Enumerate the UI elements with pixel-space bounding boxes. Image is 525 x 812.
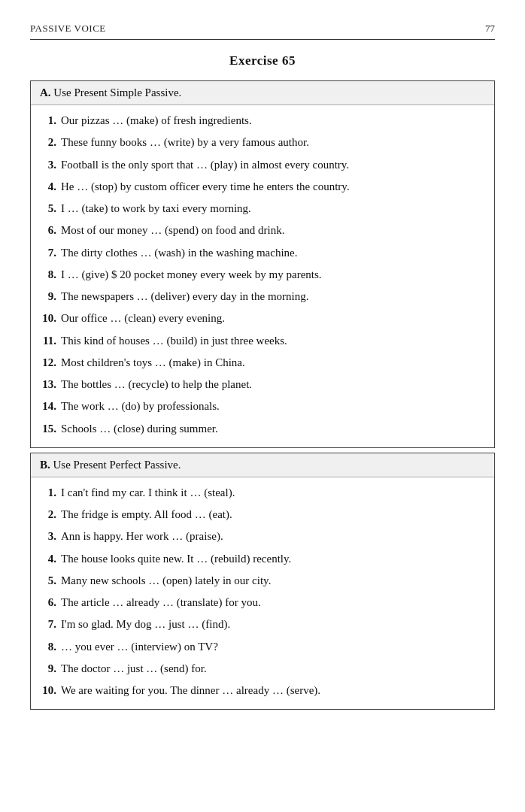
item-number: 3. <box>38 528 61 545</box>
list-item: 7.The dirty clothes … (wash) in the wash… <box>38 242 487 264</box>
item-number: 11. <box>38 332 61 350</box>
section-b-header: B. Use Present Perfect Passive. <box>31 453 494 477</box>
list-item: 1.I can't find my car. I think it … (ste… <box>38 482 487 504</box>
list-item: 3.Ann is happy. Her work … (praise). <box>38 526 487 547</box>
item-number: 8. <box>38 638 61 656</box>
item-number: 8. <box>38 266 61 283</box>
list-item: 9.The doctor … just … (send) for. <box>38 658 487 680</box>
list-item: 10.Our office … (clean) every evening. <box>38 308 487 329</box>
item-text: I can't find my car. I think it … (steal… <box>61 484 487 501</box>
item-number: 10. <box>38 310 61 327</box>
item-text: The fridge is empty. All food … (eat). <box>61 506 487 523</box>
list-item: 4.The house looks quite new. It … (rebui… <box>38 548 487 570</box>
item-number: 9. <box>38 288 61 305</box>
section-b: B. Use Present Perfect Passive. 1.I can'… <box>30 453 495 710</box>
item-text: Our pizzas … (make) of fresh ingredients… <box>61 112 487 129</box>
list-item: 12.Most children's toys … (make) in Chin… <box>38 352 487 374</box>
item-text: I'm so glad. My dog … just … (find). <box>61 616 487 633</box>
section-a-header: A. Use Present Simple Passive. <box>31 81 494 105</box>
item-text: The house looks quite new. It … (rebuild… <box>61 550 487 568</box>
section-b-body: 1.I can't find my car. I think it … (ste… <box>31 477 494 710</box>
item-text: … you ever … (interview) on TV? <box>61 638 487 656</box>
list-item: 10.We are waiting for you. The dinner … … <box>38 680 487 701</box>
item-number: 2. <box>38 506 61 523</box>
list-item: 1.Our pizzas … (make) of fresh ingredien… <box>38 110 487 132</box>
page-header: PASSIVE VOICE 77 <box>30 23 495 40</box>
item-number: 7. <box>38 244 61 262</box>
item-number: 14. <box>38 398 61 415</box>
item-text: Schools … (close) during summer. <box>61 420 487 438</box>
item-text: Ann is happy. Her work … (praise). <box>61 528 487 545</box>
item-number: 4. <box>38 178 61 195</box>
section-b-letter: B. <box>40 459 50 471</box>
list-item: 4.He … (stop) by custom officer every ti… <box>38 176 487 198</box>
list-item: 5.I … (take) to work by taxi every morni… <box>38 198 487 220</box>
item-text: These funny books … (write) by a very fa… <box>61 134 487 151</box>
item-number: 2. <box>38 134 61 151</box>
list-item: 2.The fridge is empty. All food … (eat). <box>38 504 487 526</box>
section-a-instruction: Use Present Simple Passive. <box>53 86 181 98</box>
list-item: 6.Most of our money … (spend) on food an… <box>38 220 487 241</box>
list-item: 8.I … (give) $ 20 pocket money every wee… <box>38 264 487 286</box>
item-text: The article … already … (translate) for … <box>61 594 487 611</box>
item-number: 1. <box>38 484 61 501</box>
item-number: 12. <box>38 354 61 371</box>
item-number: 5. <box>38 200 61 217</box>
item-number: 9. <box>38 660 61 677</box>
header-title: PASSIVE VOICE <box>30 23 106 35</box>
item-text: Most of our money … (spend) on food and … <box>61 222 487 239</box>
item-text: Many new schools … (open) lately in our … <box>61 572 487 589</box>
exercise-title: Exercise 65 <box>30 53 495 68</box>
item-text: I … (give) $ 20 pocket money every week … <box>61 266 487 283</box>
list-item: 2.These funny books … (write) by a very … <box>38 132 487 153</box>
item-text: The newspapers … (deliver) every day in … <box>61 288 487 305</box>
item-number: 10. <box>38 682 61 699</box>
item-number: 7. <box>38 616 61 633</box>
section-a-body: 1.Our pizzas … (make) of fresh ingredien… <box>31 105 494 447</box>
list-item: 14.The work … (do) by professionals. <box>38 395 487 417</box>
item-number: 6. <box>38 594 61 611</box>
item-text: Football is the only sport that … (play)… <box>61 156 487 174</box>
list-item: 6.The article … already … (translate) fo… <box>38 592 487 614</box>
item-text: He … (stop) by custom officer every time… <box>61 178 487 195</box>
item-number: 13. <box>38 376 61 393</box>
item-text: I … (take) to work by taxi every morning… <box>61 200 487 217</box>
list-item: 13.The bottles … (recycle) to help the p… <box>38 374 487 395</box>
header-page: 77 <box>485 23 495 35</box>
item-number: 6. <box>38 222 61 239</box>
list-item: 3.Football is the only sport that … (pla… <box>38 154 487 176</box>
item-text: We are waiting for you. The dinner … alr… <box>61 682 487 699</box>
item-text: Most children's toys … (make) in China. <box>61 354 487 371</box>
section-a: A. Use Present Simple Passive. 1.Our piz… <box>30 80 495 448</box>
section-a-list: 1.Our pizzas … (make) of fresh ingredien… <box>38 110 487 440</box>
list-item: 7.I'm so glad. My dog … just … (find). <box>38 614 487 635</box>
list-item: 5.Many new schools … (open) lately in ou… <box>38 570 487 592</box>
list-item: 11.This kind of houses … (build) in just… <box>38 330 487 352</box>
item-text: The doctor … just … (send) for. <box>61 660 487 677</box>
item-text: The dirty clothes … (wash) in the washin… <box>61 244 487 262</box>
list-item: 8.… you ever … (interview) on TV? <box>38 636 487 658</box>
item-number: 4. <box>38 550 61 568</box>
section-b-instruction: Use Present Perfect Passive. <box>53 459 181 471</box>
item-number: 1. <box>38 112 61 129</box>
item-text: Our office … (clean) every evening. <box>61 310 487 327</box>
page: PASSIVE VOICE 77 Exercise 65 A. Use Pres… <box>0 0 525 812</box>
list-item: 15.Schools … (close) during summer. <box>38 418 487 440</box>
item-number: 15. <box>38 420 61 438</box>
item-text: The bottles … (recycle) to help the plan… <box>61 376 487 393</box>
item-text: This kind of houses … (build) in just th… <box>61 332 487 350</box>
section-a-letter: A. <box>40 86 51 98</box>
item-number: 3. <box>38 156 61 174</box>
list-item: 9.The newspapers … (deliver) every day i… <box>38 286 487 308</box>
section-b-list: 1.I can't find my car. I think it … (ste… <box>38 482 487 702</box>
item-text: The work … (do) by professionals. <box>61 398 487 415</box>
item-number: 5. <box>38 572 61 589</box>
